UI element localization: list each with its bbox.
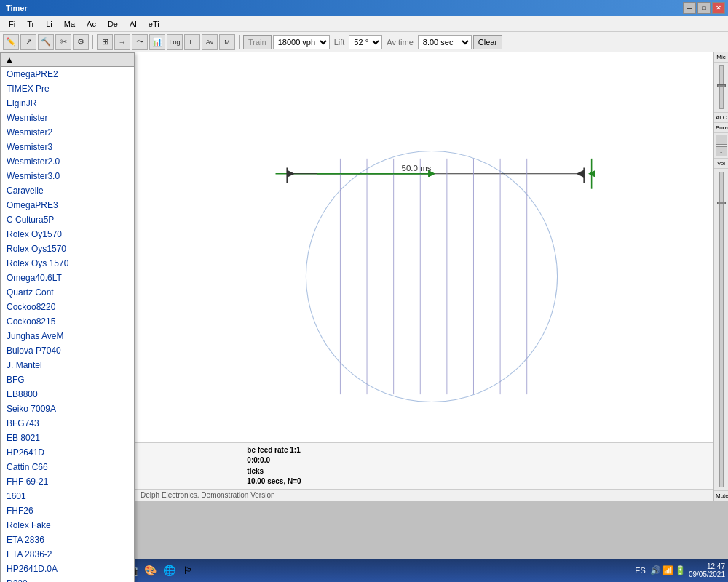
- dropdown-item-33[interactable]: ETA 2836-2: [1, 547, 134, 562]
- dropdown-item-35[interactable]: D320: [1, 576, 134, 582]
- dropdown-item-3[interactable]: Wesmister: [1, 111, 134, 125]
- dropdown-item-26[interactable]: HP2641D: [1, 445, 134, 460]
- sep2: [239, 35, 240, 49]
- dropdown-item-28[interactable]: FHF 69-21: [1, 474, 134, 489]
- info-empty2: [478, 456, 708, 465]
- dropdown-item-16[interactable]: Cockoo8220: [1, 300, 134, 314]
- battery-icon[interactable]: 🔋: [675, 565, 686, 575]
- dropdown-item-5[interactable]: Wesmister3: [1, 140, 134, 154]
- toolbar-cursor-icon[interactable]: ↗: [20, 34, 36, 50]
- dropdown-item-34[interactable]: HP2641D.0A: [1, 562, 134, 576]
- train-button[interactable]: Train: [243, 35, 272, 49]
- dropdown-item-24[interactable]: BFG743: [1, 416, 134, 431]
- dropdown-item-20[interactable]: J. Mantel: [1, 358, 134, 372]
- dropdown-header-arrow[interactable]: ▲: [1, 53, 134, 67]
- toolbar-arrow-icon[interactable]: →: [114, 34, 130, 50]
- taskbar-clock[interactable]: 12:47 09/05/2021: [689, 562, 725, 578]
- minimize-button[interactable]: ─: [683, 2, 696, 14]
- toolbar-settings-icon[interactable]: ⚙: [73, 34, 89, 50]
- mic-label: Mic: [714, 52, 728, 63]
- dropdown-item-31[interactable]: Rolex Fake: [1, 518, 134, 533]
- dropdown-item-8[interactable]: Caravelle: [1, 183, 134, 198]
- dropdown-up-arrow-icon: ▲: [5, 55, 14, 65]
- dropdown-item-21[interactable]: BFG: [1, 372, 134, 387]
- dropdown-item-25[interactable]: EB 8021: [1, 431, 134, 445]
- menu-ac[interactable]: Ac: [81, 18, 102, 30]
- menu-file[interactable]: Fi: [3, 18, 21, 30]
- taskbar-icon-network[interactable]: 🌐: [160, 562, 178, 579]
- toolbar: ✏️ ↗ 🔨 ✂ ⚙ ⊞ → 〜 📊 Log Li Av M Train 180…: [0, 32, 728, 52]
- dropdown-item-2[interactable]: ElginJR: [1, 96, 134, 111]
- toolbar-pen-icon[interactable]: ✏️: [3, 34, 19, 50]
- vol-slider-thumb[interactable]: [717, 202, 726, 204]
- menu-eti[interactable]: eTi: [143, 18, 165, 30]
- boost-label[interactable]: Boost: [714, 123, 728, 133]
- dropdown-item-23[interactable]: Seiko 7009A: [1, 402, 134, 416]
- right-controls-panel: Mic ALC Boost + - Vol Mute: [713, 52, 728, 501]
- dropdown-item-10[interactable]: C Cultura5P: [1, 212, 134, 227]
- toolbar-scissors-icon[interactable]: ✂: [55, 34, 71, 50]
- toolbar-chart-icon[interactable]: 📊: [149, 34, 165, 50]
- menu-al[interactable]: Al: [124, 18, 143, 30]
- dropdown-item-13[interactable]: Rolex Oys 1570: [1, 256, 134, 271]
- network-icon[interactable]: 📶: [662, 565, 673, 575]
- window-title: Timer: [3, 4, 28, 12]
- speed-dropdown[interactable]: 18000 vph 21600 vph 28800 vph: [273, 35, 330, 49]
- dropdown-item-9[interactable]: OmegaPRE3: [1, 198, 134, 212]
- mic-slider-thumb[interactable]: [717, 84, 726, 87]
- info-secs: 10.00 secs, N=0: [247, 477, 476, 486]
- toolbar-wave-icon[interactable]: 〜: [132, 34, 148, 50]
- dropdown-item-0[interactable]: OmegaPRE2: [1, 67, 134, 81]
- dropdown-item-6[interactable]: Wesmister2.0: [1, 154, 134, 169]
- av-time-dropdown[interactable]: 8.00 sec 4.00 sec 16.00 sec: [418, 35, 472, 49]
- menu-tr[interactable]: Tr: [21, 18, 40, 30]
- taskbar-icon-flag[interactable]: 🏳: [179, 562, 197, 579]
- lift-dropdown[interactable]: 52 ° 48 ° 50 °: [349, 35, 382, 49]
- plus-button[interactable]: +: [716, 135, 727, 145]
- minus-button[interactable]: -: [716, 146, 727, 156]
- dropdown-item-14[interactable]: Omega40.6LT: [1, 271, 134, 285]
- dropdown-item-29[interactable]: 1601: [1, 489, 134, 503]
- toolbar-log-icon[interactable]: Log: [167, 34, 183, 50]
- volume-icon[interactable]: 🔊: [650, 565, 661, 575]
- info-ticks: ticks: [247, 467, 476, 476]
- maximize-button[interactable]: □: [697, 2, 711, 14]
- taskbar-right: ES 🔊 📶 🔋 12:47 09/05/2021: [632, 562, 725, 578]
- dropdown-item-32[interactable]: ETA 2836: [1, 533, 134, 547]
- taskbar-icon-photoshop[interactable]: 🎨: [141, 562, 159, 579]
- menu-ma[interactable]: Ma: [58, 18, 81, 30]
- toolbar-hammer-icon[interactable]: 🔨: [38, 34, 54, 50]
- menu-de[interactable]: De: [102, 18, 124, 30]
- dropdown-item-22[interactable]: EB8800: [1, 387, 134, 402]
- info-empty3: [478, 467, 708, 476]
- svg-point-0: [306, 151, 557, 402]
- svg-marker-10: [577, 170, 584, 178]
- dropdown-item-1[interactable]: TIMEX Pre: [1, 81, 134, 96]
- dropdown-item-18[interactable]: Junghas AveM: [1, 329, 134, 343]
- dropdown-item-30[interactable]: FHF26: [1, 503, 134, 518]
- clear-button[interactable]: Clear: [473, 35, 502, 49]
- lang-indicator: ES: [632, 566, 649, 575]
- dropdown-item-12[interactable]: Rolex Oys1570: [1, 242, 134, 256]
- toolbar-li-icon[interactable]: Li: [184, 34, 200, 50]
- close-button[interactable]: ✕: [712, 2, 725, 14]
- vol-slider[interactable]: [719, 172, 724, 487]
- dropdown-item-11[interactable]: Rolex Oy1570: [1, 227, 134, 242]
- toolbar-avg-icon[interactable]: Av: [202, 34, 218, 50]
- sep1: [92, 35, 93, 49]
- dropdown-item-15[interactable]: Quartz Cont: [1, 285, 134, 300]
- dropdown-item-4[interactable]: Wesmister2: [1, 125, 134, 140]
- dropdown-item-7[interactable]: Wesmister3.0: [1, 169, 134, 183]
- mute-button[interactable]: Mute: [714, 490, 728, 501]
- mic-slider[interactable]: [719, 65, 724, 109]
- dropdown-item-17[interactable]: Cockoo8215: [1, 314, 134, 329]
- toolbar-m-icon[interactable]: M: [219, 34, 235, 50]
- dropdown-item-27[interactable]: Cattin C66: [1, 460, 134, 474]
- dropdown-item-19[interactable]: Bulova P7040: [1, 343, 134, 358]
- info-feed-rate: be feed rate 1:1: [247, 446, 476, 455]
- system-tray: ES 🔊 📶 🔋: [632, 565, 686, 575]
- alc-label: ALC: [714, 112, 728, 123]
- toolbar-grid-icon[interactable]: ⊞: [97, 34, 113, 50]
- menu-li[interactable]: Li: [40, 18, 58, 30]
- av-time-label: Av time: [384, 38, 416, 47]
